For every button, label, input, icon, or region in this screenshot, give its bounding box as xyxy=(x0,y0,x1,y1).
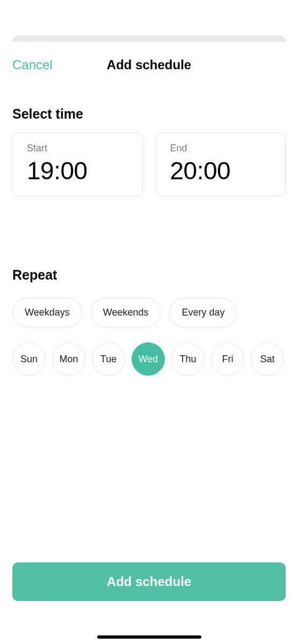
day-selection-row: Sun Mon Tue Wed Thu Fri Sat xyxy=(12,342,286,376)
day-sun[interactable]: Sun xyxy=(12,342,46,376)
modal-header: Cancel Add schedule xyxy=(12,42,286,88)
cancel-button[interactable]: Cancel xyxy=(12,57,53,72)
day-tue[interactable]: Tue xyxy=(92,342,125,376)
modal-sheet: Cancel Add schedule Select time Start 19… xyxy=(0,42,298,644)
end-time-card[interactable]: End 20:00 xyxy=(156,133,286,196)
repeat-preset-row: Weekdays Weekends Every day xyxy=(12,298,286,327)
day-sat[interactable]: Sat xyxy=(251,342,284,376)
time-selection-row: Start 19:00 End 20:00 xyxy=(12,133,286,196)
day-mon[interactable]: Mon xyxy=(52,342,85,376)
day-wed[interactable]: Wed xyxy=(132,342,165,376)
day-thu[interactable]: Thu xyxy=(171,342,205,376)
preset-weekends[interactable]: Weekends xyxy=(91,298,161,327)
home-indicator xyxy=(97,635,201,639)
start-time-card[interactable]: Start 19:00 xyxy=(12,133,143,196)
end-time-value: 20:00 xyxy=(170,156,272,185)
select-time-heading: Select time xyxy=(12,106,286,122)
preset-weekdays[interactable]: Weekdays xyxy=(12,298,82,327)
end-time-label: End xyxy=(170,143,272,154)
add-schedule-button[interactable]: Add schedule xyxy=(12,562,286,601)
preset-everyday[interactable]: Every day xyxy=(169,298,237,327)
repeat-heading: Repeat xyxy=(12,267,286,283)
page-title: Add schedule xyxy=(107,57,191,72)
start-time-value: 19:00 xyxy=(27,156,128,185)
start-time-label: Start xyxy=(27,143,128,154)
day-fri[interactable]: Fri xyxy=(211,342,244,376)
